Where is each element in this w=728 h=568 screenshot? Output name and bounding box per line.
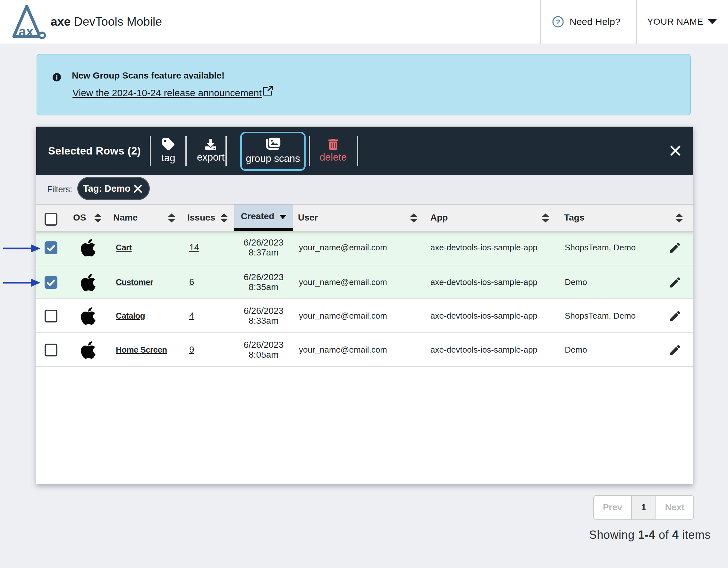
svg-text:?: ? — [556, 18, 560, 26]
svg-text:ax: ax — [19, 24, 34, 39]
